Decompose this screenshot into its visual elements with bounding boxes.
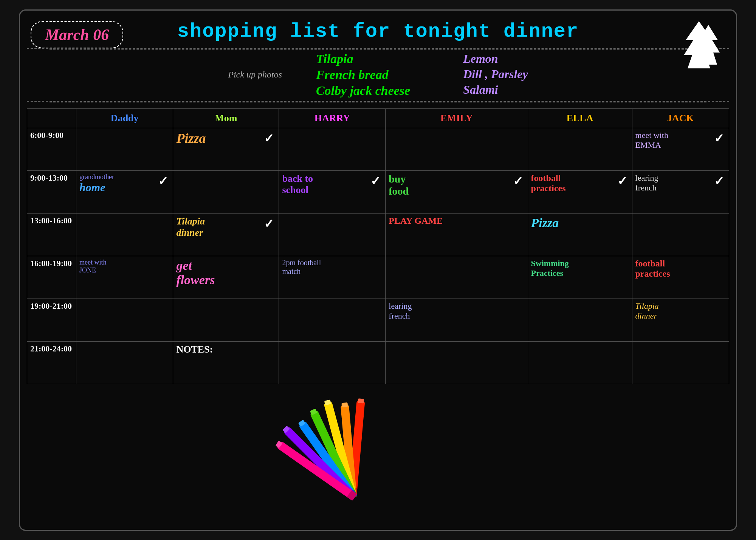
blackboard: March 06 shopping list for tonight dinne… <box>19 9 737 531</box>
cell-emily-1300: PLAY GAME <box>386 213 528 256</box>
col-header-jack: JACK <box>632 108 729 128</box>
cell-jack-900: ✓ learingfrench <box>632 170 729 213</box>
title-area: shopping list for tonight dinner <box>27 17 729 43</box>
cell-daddy-1600: meet withJONE <box>76 256 173 299</box>
cell-emily-600 <box>386 128 528 170</box>
col-header-harry: HARRY <box>279 108 386 128</box>
cell-daddy-900: ✓ grandmother home <box>76 170 173 213</box>
cell-emily-2100 <box>386 341 528 384</box>
svg-rect-3 <box>349 487 357 495</box>
event-get-flowers: getflowers <box>176 258 215 287</box>
time-2100-2400: 21:00-24:00 <box>27 341 76 384</box>
cell-harry-600 <box>279 128 386 170</box>
event-swimming: SwimmingPractices <box>531 258 569 278</box>
checkmark: ✓ <box>617 174 627 188</box>
event-learing-french-emily: learingfrench <box>389 301 412 320</box>
cell-mom-1300: ✓ Tilapiadinner <box>173 213 279 256</box>
checkmark: ✓ <box>264 217 274 231</box>
date-text: March 06 <box>45 26 109 43</box>
cell-jack-1300 <box>632 213 729 256</box>
cell-jack-1900: Tilapiadinner <box>632 299 729 341</box>
cell-mom-600: ✓ Pizza <box>173 128 279 170</box>
table-row: 19:00-21:00 learingfrench Tilapiadinner <box>27 299 729 341</box>
checkmark: ✓ <box>513 174 523 188</box>
col-header-emily: EMILY <box>386 108 528 128</box>
shop-col-left: Tilapia French bread Colby jack cheese <box>316 52 410 98</box>
top-section: March 06 shopping list for tonight dinne… <box>27 17 729 102</box>
shop-col-right: Lemon Dill , Parsley Salami <box>463 52 528 98</box>
shopping-title: shopping list for tonight dinner <box>27 20 729 43</box>
event-play-game: PLAY GAME <box>389 216 443 226</box>
cell-mom-900 <box>173 170 279 213</box>
pens-decoration <box>261 375 414 524</box>
col-header-daddy: Daddy <box>76 108 173 128</box>
event-football-ella-900: footballpractices <box>531 173 566 193</box>
shop-item-tilapia: Tilapia <box>316 52 353 66</box>
svg-rect-7 <box>341 402 348 407</box>
cell-ella-1600: SwimmingPractices <box>528 256 632 299</box>
shop-item-lemon: Lemon <box>463 52 498 66</box>
cell-mom-2100: NOTES: <box>173 341 279 384</box>
svg-rect-10 <box>324 399 332 405</box>
time-1300-1600: 13:00-16:00 <box>27 213 76 256</box>
svg-rect-22 <box>275 440 282 448</box>
time-1900-2100: 19:00-21:00 <box>27 299 76 341</box>
event-meet-emma: meet withEMMA <box>635 130 668 150</box>
tree-icon <box>676 19 722 78</box>
svg-rect-20 <box>277 441 354 498</box>
cell-harry-1600: 2pm footballmatch <box>279 256 386 299</box>
col-header-time <box>27 108 76 128</box>
table-row: 21:00-24:00 NOTES: <box>27 341 729 384</box>
svg-rect-17 <box>283 426 355 498</box>
event-grandmother-label: grandmother <box>79 173 170 181</box>
cell-ella-1300: Pizza <box>528 213 632 256</box>
svg-rect-18 <box>347 490 357 500</box>
svg-rect-11 <box>310 410 356 496</box>
event-learing-french: learingfrench <box>635 173 658 192</box>
time-900-1300: 9:00-13:00 <box>27 170 76 213</box>
cell-harry-900: ✓ back toschool <box>279 170 386 213</box>
shopping-items: Pick up photos Tilapia French bread Colb… <box>27 48 729 102</box>
event-football-jack: footballpractices <box>635 258 670 279</box>
cell-emily-1900: learingfrench <box>386 299 528 341</box>
cell-jack-2100 <box>632 341 729 384</box>
cell-daddy-2100 <box>76 341 173 384</box>
svg-rect-4 <box>358 398 364 403</box>
event-back-school: back toschool <box>282 173 313 195</box>
shop-item-dill: Dill , Parsley <box>463 67 528 81</box>
svg-rect-8 <box>324 401 356 495</box>
col-header-ella: ELLA <box>528 108 632 128</box>
cell-jack-1600: footballpractices <box>632 256 729 299</box>
svg-rect-19 <box>282 426 290 433</box>
checkmark: ✓ <box>714 131 724 145</box>
cell-jack-600: ✓ meet withEMMA <box>632 128 729 170</box>
pick-up-label: Pick up photos <box>228 70 282 80</box>
cell-ella-2100 <box>528 341 632 384</box>
event-buy-food: buyfood <box>389 173 409 197</box>
time-600-900: 6:00-9:00 <box>27 128 76 170</box>
shop-item-french-bread: French bread <box>316 68 389 82</box>
cell-mom-1900 <box>173 299 279 341</box>
cell-daddy-600 <box>76 128 173 170</box>
svg-rect-13 <box>310 408 318 415</box>
event-grandmother-home: home <box>79 181 170 194</box>
svg-rect-21 <box>347 490 357 501</box>
col-header-mom: Mom <box>173 108 279 128</box>
event-pizza: Pizza <box>176 131 206 146</box>
table-row: 13:00-16:00 ✓ Tilapiadinner PLAY GAME <box>27 213 729 256</box>
svg-rect-2 <box>349 400 365 491</box>
cell-daddy-1300 <box>76 213 173 256</box>
date-badge: March 06 <box>31 21 123 48</box>
shop-item-colby: Colby jack cheese <box>316 84 410 98</box>
checkmark: ✓ <box>714 174 724 188</box>
shop-item-salami: Salami <box>463 83 498 97</box>
cell-daddy-1900 <box>76 299 173 341</box>
table-row: 9:00-13:00 ✓ grandmother home ✓ back tos… <box>27 170 729 213</box>
schedule-table: Daddy Mom HARRY EMILY ELLA JACK 6:00-9:0… <box>27 108 729 384</box>
cell-ella-600 <box>528 128 632 170</box>
cell-ella-1900 <box>528 299 632 341</box>
event-tilapia-dinner-mom: Tilapiadinner <box>176 216 205 238</box>
svg-rect-5 <box>341 404 356 492</box>
svg-rect-6 <box>348 488 356 495</box>
event-meet-jone: meet withJONE <box>79 258 170 274</box>
